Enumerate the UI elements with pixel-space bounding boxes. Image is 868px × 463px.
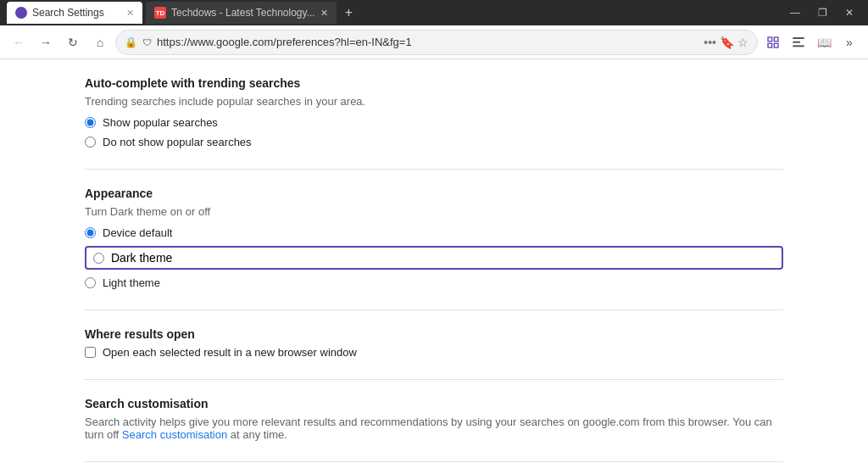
dark-theme-highlighted[interactable]: Dark theme — [85, 246, 783, 270]
extensions-button[interactable] — [761, 31, 785, 54]
svg-rect-3 — [774, 43, 778, 47]
nav-bar: ← → ↻ ⌂ 🔒 🛡 https://www.google.com/prefe… — [0, 25, 868, 59]
forward-button[interactable]: → — [34, 31, 58, 54]
address-text: https://www.google.com/preferences?hl=en… — [157, 36, 698, 48]
autocomplete-title: Auto-complete with trending searches — [85, 76, 783, 90]
show-popular-option[interactable]: Show popular searches — [85, 116, 783, 129]
new-window-label: Open each selected result in a new brows… — [103, 346, 357, 359]
tab2-label: Techdows - Latest Technology... — [171, 7, 315, 19]
search-customisation-description: Search activity helps give you more rele… — [85, 416, 783, 441]
refresh-button[interactable]: ↻ — [61, 31, 85, 54]
svg-rect-0 — [768, 37, 772, 42]
do-not-show-option[interactable]: Do not show popular searches — [85, 136, 783, 148]
divider-3 — [85, 379, 783, 380]
search-customisation-link[interactable]: Search customisation — [122, 428, 227, 441]
search-customisation-title: Search customisation — [85, 397, 783, 410]
more-tools-button[interactable]: » — [837, 31, 861, 54]
autocomplete-description: Trending searches include popular search… — [85, 95, 783, 108]
right-toolbar: 📖 » — [761, 31, 861, 54]
appearance-subtitle: Turn Dark theme on or off — [85, 205, 783, 218]
do-not-show-label: Do not show popular searches — [103, 136, 252, 148]
dark-theme-label: Dark theme — [111, 251, 172, 265]
autocomplete-section: Auto-complete with trending searches Tre… — [85, 76, 783, 148]
show-popular-label: Show popular searches — [103, 116, 218, 129]
svg-rect-5 — [793, 41, 800, 42]
new-window-checkbox[interactable] — [85, 347, 96, 358]
bookmark-icon[interactable]: 🔖 — [720, 36, 734, 49]
appearance-section: Appearance Turn Dark theme on or off Dev… — [85, 187, 783, 289]
lock-icon: 🔒 — [125, 36, 137, 48]
svg-rect-4 — [793, 37, 804, 39]
page-content: Auto-complete with trending searches Tre… — [0, 59, 868, 463]
show-popular-radio[interactable] — [85, 117, 96, 128]
address-bar[interactable]: 🔒 🛡 https://www.google.com/preferences?h… — [115, 30, 758, 55]
address-icons: ••• 🔖 ☆ — [704, 36, 748, 49]
search-customisation-text2: at any time. — [227, 428, 287, 441]
where-results-title: Where results open — [85, 327, 783, 341]
autocomplete-options: Show popular searches Do not show popula… — [85, 116, 783, 148]
shield-icon: 🛡 — [142, 37, 152, 47]
svg-rect-6 — [793, 45, 804, 47]
divider-4 — [85, 461, 783, 462]
tab-close-button[interactable]: ✕ — [126, 8, 134, 19]
title-bar: Search Settings ✕ TD Techdows - Latest T… — [0, 0, 868, 25]
back-button[interactable]: ← — [7, 31, 31, 54]
light-theme-label: Light theme — [103, 276, 160, 289]
light-theme-option[interactable]: Light theme — [85, 276, 783, 289]
tab2-close-button[interactable]: ✕ — [320, 8, 328, 19]
svg-rect-1 — [774, 37, 778, 42]
window-controls: — ❐ ✕ — [783, 3, 861, 22]
do-not-show-radio[interactable] — [85, 137, 96, 148]
appearance-options: Device default Dark theme Light theme — [85, 226, 783, 289]
tab-favicon — [15, 7, 27, 19]
new-window-option[interactable]: Open each selected result in a new brows… — [85, 346, 783, 359]
dark-theme-radio[interactable] — [93, 253, 104, 264]
more-address-button[interactable]: ••• — [704, 36, 716, 49]
minimize-button[interactable]: — — [783, 3, 807, 22]
divider-1 — [85, 169, 783, 170]
close-button[interactable]: ✕ — [837, 3, 861, 22]
tab-search-settings[interactable]: Search Settings ✕ — [7, 2, 142, 24]
light-theme-radio[interactable] — [85, 277, 96, 288]
device-default-option[interactable]: Device default — [85, 226, 783, 239]
device-default-radio[interactable] — [85, 227, 96, 238]
new-tab-button[interactable]: + — [340, 5, 358, 20]
home-button[interactable]: ⌂ — [88, 31, 112, 54]
tab2-favicon: TD — [154, 7, 166, 19]
device-default-label: Device default — [103, 226, 172, 239]
restore-button[interactable]: ❐ — [810, 3, 834, 22]
tab-label: Search Settings — [32, 7, 104, 19]
svg-rect-2 — [768, 43, 772, 47]
tab-techdows[interactable]: TD Techdows - Latest Technology... ✕ — [146, 2, 337, 24]
star-icon[interactable]: ☆ — [737, 36, 748, 49]
where-results-section: Where results open Open each selected re… — [85, 327, 783, 359]
sidebar-button[interactable] — [787, 31, 810, 54]
appearance-title: Appearance — [85, 187, 783, 200]
reading-mode-button[interactable]: 📖 — [812, 31, 836, 54]
search-customisation-section: Search customisation Search activity hel… — [85, 397, 783, 441]
divider-2 — [85, 310, 783, 310]
